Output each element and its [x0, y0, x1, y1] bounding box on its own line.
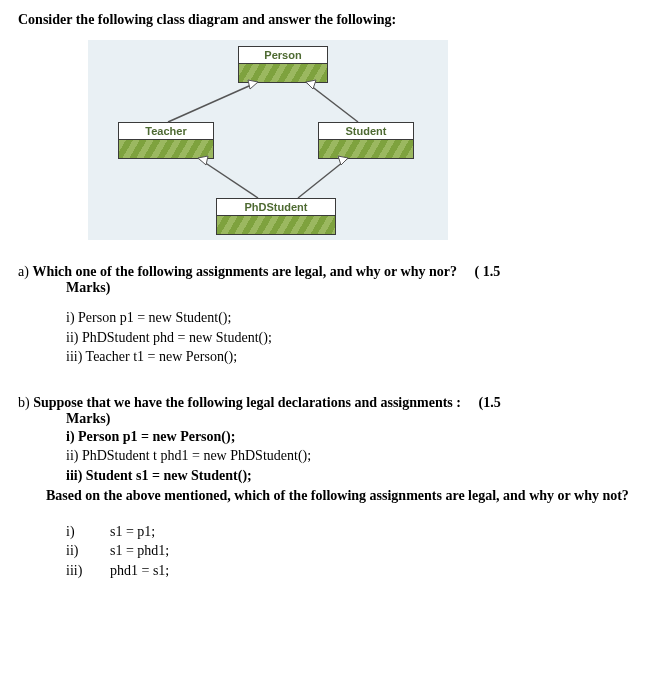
qb-marks-word: Marks) [66, 411, 636, 427]
question-a-text: a) Which one of the following assignment… [18, 264, 636, 280]
svg-marker-7 [338, 156, 348, 165]
qb-ans-i: i) s1 = p1; [66, 522, 636, 542]
question-b-text: b) Suppose that we have the following le… [18, 395, 636, 411]
qa-items: i) Person p1 = new Student(); ii) PhDStu… [18, 308, 636, 367]
svg-line-4 [198, 158, 258, 198]
qb-ans-iii-code: phd1 = s1; [110, 561, 169, 581]
class-diagram: Person Teacher Student PhDStudent [88, 40, 448, 240]
qb-declarations: i) Person p1 = new Person(); ii) PhDStud… [18, 427, 636, 486]
qb-ans-i-code: s1 = p1; [110, 522, 155, 542]
qb-label: b) [18, 395, 33, 410]
qa-item-ii: ii) PhDStudent phd = new Student(); [66, 328, 636, 348]
qb-decl-iii: iii) Student s1 = new Student(); [66, 466, 636, 486]
connector-lines [88, 40, 448, 240]
svg-line-0 [168, 82, 258, 122]
qb-decl-ii: ii) PhDStudent t phd1 = new PhDStudent()… [66, 446, 636, 466]
qa-marks-word: Marks) [66, 280, 636, 296]
qa-question: Which one of the following assignments a… [32, 264, 457, 279]
svg-marker-1 [248, 80, 258, 89]
qb-question: Suppose that we have the following legal… [33, 395, 461, 410]
qa-item-i: i) Person p1 = new Student(); [66, 308, 636, 328]
qb-ans-iii: iii) phd1 = s1; [66, 561, 636, 581]
qb-answers: i) s1 = p1; ii) s1 = phd1; iii) phd1 = s… [18, 522, 636, 581]
qb-ans-iii-num: iii) [66, 561, 110, 581]
qb-marks: (1.5 [478, 395, 500, 410]
qb-ans-ii: ii) s1 = phd1; [66, 541, 636, 561]
qb-decl-i: i) Person p1 = new Person(); [66, 427, 636, 447]
qb-ans-ii-num: ii) [66, 541, 110, 561]
svg-marker-5 [198, 156, 208, 165]
qb-ans-ii-code: s1 = phd1; [110, 541, 169, 561]
question-b: b) Suppose that we have the following le… [18, 395, 636, 581]
qb-based: Based on the above mentioned, which of t… [46, 488, 636, 504]
page-heading: Consider the following class diagram and… [18, 12, 636, 28]
qa-label: a) [18, 264, 32, 279]
qa-marks: ( 1.5 [474, 264, 500, 279]
qa-item-iii: iii) Teacher t1 = new Person(); [66, 347, 636, 367]
question-a: a) Which one of the following assignment… [18, 264, 636, 367]
qb-ans-i-num: i) [66, 522, 110, 542]
